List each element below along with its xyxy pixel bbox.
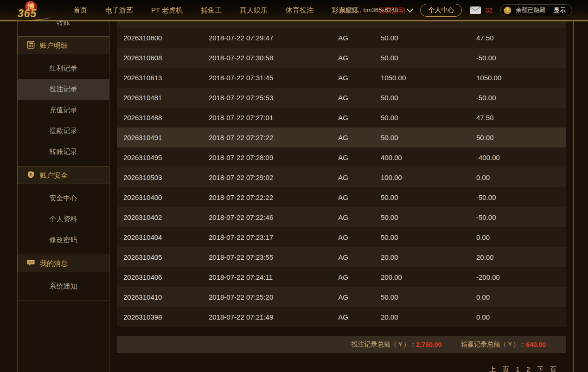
- profile-center-button[interactable]: 个人中心: [420, 4, 462, 17]
- cell-timestamp: 2018-07-22 07:29:02: [209, 173, 329, 181]
- cell-bet-amount: 1050.00: [357, 74, 453, 82]
- sidebar-item-转账记录[interactable]: 转账记录: [18, 141, 109, 162]
- cell-win-loss: 0.00: [453, 293, 566, 301]
- winloss-total-value: 640.00: [526, 341, 546, 348]
- shield-icon: [27, 171, 35, 180]
- table-row[interactable]: 20263104002018-07-22 07:22:22AG50.00-50.…: [117, 187, 566, 207]
- nav-item-PT 老虎机[interactable]: PT 老虎机: [148, 6, 185, 15]
- sidebar-item-系统通知[interactable]: 系统通知: [18, 276, 109, 297]
- cell-record-id: 2026310600: [117, 34, 209, 42]
- cell-platform: AG: [329, 293, 357, 301]
- cell-bet-amount: 50.00: [357, 134, 453, 141]
- cell-platform: AG: [329, 94, 357, 102]
- cell-bet-amount: 100.00: [357, 173, 453, 181]
- sidebar-item-红利记录[interactable]: 红利记录: [18, 58, 109, 79]
- sidebar-section-账户明细[interactable]: 账户明细: [17, 37, 109, 54]
- nav-item-真人娱乐[interactable]: 真人娱乐: [237, 6, 270, 15]
- table-row[interactable]: 20263104042018-07-22 07:23:17AG50.000.00: [117, 227, 566, 247]
- table-header-partial: [117, 21, 566, 28]
- sidebar-item-投注记录[interactable]: 投注记录: [18, 79, 109, 100]
- message-icon: [27, 259, 35, 269]
- mail-button[interactable]: 32: [470, 6, 492, 14]
- cell-record-id: 2026310402: [117, 213, 209, 221]
- sidebar-section-账户安全[interactable]: 账户安全: [17, 167, 109, 184]
- coins-icon: [504, 6, 511, 14]
- cell-timestamp: 2018-07-22 07:31:45: [209, 74, 329, 82]
- table-row[interactable]: 20263106002018-07-22 07:29:47AG50.0047.5…: [117, 28, 566, 48]
- nav-item-体育投注[interactable]: 体育投注: [283, 6, 316, 15]
- cell-record-id: 2026310410: [117, 293, 209, 301]
- cell-win-loss: -50.00: [453, 94, 566, 102]
- sidebar-section-我的消息[interactable]: 我的消息: [17, 255, 109, 272]
- table-row[interactable]: 20263106132018-07-22 07:31:45AG1050.0010…: [117, 68, 566, 88]
- table-row[interactable]: 20263104812018-07-22 07:25:53AG50.00-50.…: [117, 88, 566, 108]
- cell-timestamp: 2018-07-22 07:23:17: [209, 233, 329, 241]
- table-row[interactable]: 20263104022018-07-22 07:22:46AG50.00-50.…: [117, 207, 566, 227]
- table-row[interactable]: 20263103982018-07-22 07:21:49AG20.000.00: [117, 307, 566, 327]
- pagination-next[interactable]: 下一页: [537, 366, 556, 372]
- sidebar-item-修改密码[interactable]: 修改密码: [18, 230, 109, 250]
- nav-item-捕鱼王[interactable]: 捕鱼王: [198, 6, 224, 15]
- sidebar-item-label: 转账: [57, 21, 70, 27]
- balance-hidden-label: 余额已隐藏: [516, 6, 546, 14]
- sidebar-section-title: 账户明细: [40, 41, 68, 50]
- table-row[interactable]: 20263104912018-07-22 07:27:22AG50.0050.0…: [117, 128, 566, 148]
- site-logo[interactable]: 博 365: [14, 0, 60, 20]
- cell-record-id: 2026310400: [117, 193, 209, 201]
- cell-platform: AG: [329, 273, 357, 281]
- pagination-page-1[interactable]: 1: [516, 366, 519, 372]
- table-row[interactable]: 20263106082018-07-22 07:30:58AG50.00-50.…: [117, 48, 566, 68]
- cell-win-loss: -50.00: [453, 54, 566, 62]
- cell-platform: AG: [329, 54, 357, 62]
- winloss-total-label: 输赢记录总额（￥）：: [461, 340, 526, 349]
- sidebar-item-充值记录[interactable]: 充值记录: [18, 100, 109, 121]
- top-navigation-bar: 博 365 首页电子游艺PT 老虎机捕鱼王真人娱乐体育投注彩票娱乐优惠活动 您好…: [0, 0, 588, 21]
- cell-record-id: 2026310503: [117, 173, 209, 181]
- mail-unread-count: 32: [485, 6, 492, 14]
- table-row[interactable]: 20263104062018-07-22 07:24:11AG200.00-20…: [117, 267, 566, 287]
- cell-timestamp: 2018-07-22 07:23:55: [209, 253, 329, 261]
- cell-win-loss: -50.00: [453, 193, 566, 201]
- cell-win-loss: -50.00: [453, 213, 566, 221]
- chevron-down-icon[interactable]: [407, 6, 413, 13]
- table-row[interactable]: 20263104102018-07-22 07:25:20AG50.000.00: [117, 287, 566, 307]
- bet-records-panel: 20263106002018-07-22 07:29:47AG50.0047.5…: [117, 21, 566, 372]
- logo-number: 365: [18, 7, 37, 20]
- summary-bar: 投注记录总额（￥）： 2,760.00 输赢记录总额（￥）： 640.00: [117, 336, 566, 353]
- cell-timestamp: 2018-07-22 07:28:09: [209, 154, 329, 161]
- pagination: 上一页12下一页: [117, 366, 566, 372]
- sidebar-item-个人资料[interactable]: 个人资料: [18, 209, 109, 230]
- nav-item-首页[interactable]: 首页: [70, 6, 90, 15]
- pagination-page-2[interactable]: 2: [526, 366, 530, 372]
- cell-bet-amount: 20.00: [357, 313, 453, 321]
- sidebar-item-transfer-partial[interactable]: 转账: [18, 21, 109, 37]
- table-row[interactable]: 20263105032018-07-22 07:29:02AG100.000.0…: [117, 167, 566, 187]
- cell-timestamp: 2018-07-22 07:24:11: [209, 273, 329, 281]
- cell-timestamp: 2018-07-22 07:27:22: [209, 134, 329, 141]
- cell-win-loss: 47.50: [453, 114, 566, 122]
- cell-win-loss: 0.00: [453, 313, 566, 321]
- nav-item-电子游艺[interactable]: 电子游艺: [102, 6, 136, 15]
- cell-timestamp: 2018-07-22 07:22:22: [209, 193, 329, 201]
- sidebar-sub-group: 红利记录投注记录充值记录提款记录转账记录: [18, 54, 109, 167]
- content-right-border: [573, 21, 574, 372]
- table-row[interactable]: 20263104882018-07-22 07:27:01AG50.0047.5…: [117, 108, 566, 128]
- show-balance-button[interactable]: 显示: [554, 6, 566, 14]
- sidebar-item-提款记录[interactable]: 提款记录: [18, 121, 109, 141]
- cell-record-id: 2026310491: [117, 134, 209, 141]
- sidebar-sub-group: 系统通知: [18, 272, 109, 301]
- cell-timestamp: 2018-07-22 07:29:47: [209, 34, 329, 42]
- cell-bet-amount: 50.00: [357, 233, 453, 241]
- account-dropdown[interactable]: 您好，bm365x6248...: [345, 6, 412, 14]
- sidebar-item-安全中心[interactable]: 安全中心: [18, 188, 109, 209]
- cell-win-loss: 50.00: [453, 134, 566, 141]
- pagination-prev[interactable]: 上一页: [489, 366, 509, 372]
- cell-platform: AG: [329, 114, 357, 122]
- cell-win-loss: 47.50: [453, 34, 566, 42]
- cell-timestamp: 2018-07-22 07:22:46: [209, 213, 329, 221]
- cell-record-id: 2026310488: [117, 114, 209, 122]
- cell-bet-amount: 50.00: [357, 213, 453, 221]
- table-row[interactable]: 20263104052018-07-22 07:23:55AG20.0020.0…: [117, 247, 566, 267]
- table-row[interactable]: 20263104952018-07-22 07:28:09AG400.00-40…: [117, 148, 566, 167]
- cell-record-id: 2026310398: [117, 313, 209, 321]
